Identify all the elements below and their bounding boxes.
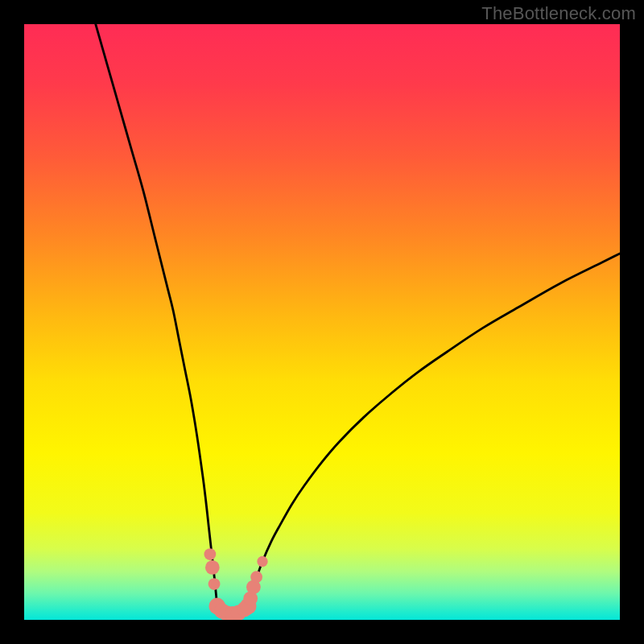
data-marker [205, 560, 220, 575]
data-marker [208, 578, 221, 590]
watermark-text: TheBottleneck.com [481, 3, 636, 24]
plot-area [24, 24, 620, 620]
data-marker [257, 556, 267, 567]
data-marker [204, 548, 216, 560]
chart-frame: TheBottleneck.com [0, 0, 644, 644]
curve-layer [24, 24, 620, 620]
data-marker [250, 571, 262, 583]
curve-left [96, 24, 217, 606]
curve-right [248, 254, 620, 606]
marker-group [204, 548, 267, 620]
